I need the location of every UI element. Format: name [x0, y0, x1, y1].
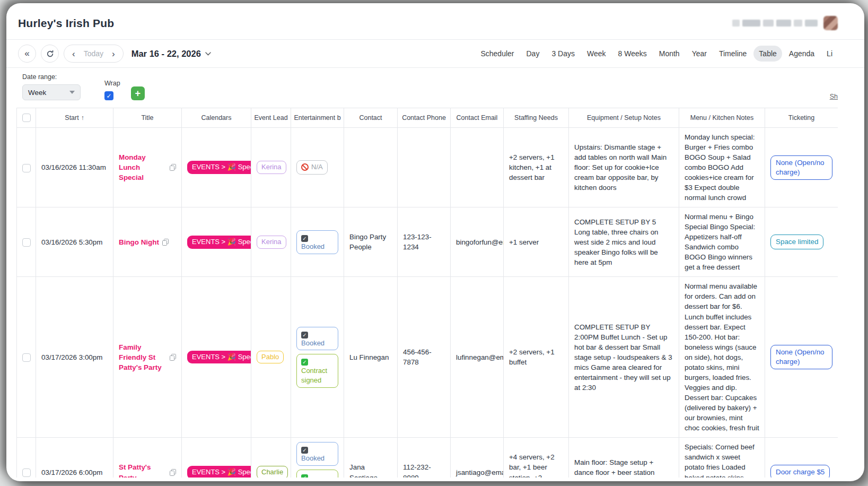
- refresh-button[interactable]: [41, 45, 59, 63]
- tab-week[interactable]: Week: [582, 46, 611, 62]
- cell-contact-email: lufinnegan@em: [451, 277, 504, 437]
- event-lead-pill: Kerina: [257, 236, 286, 248]
- column-header-entertainment[interactable]: Entertainment b: [291, 108, 344, 128]
- cell-staffing-needs: +4 servers, +2 bar, +1 beer station, +2 …: [504, 437, 569, 478]
- tab-year[interactable]: Year: [687, 46, 712, 62]
- column-header-ticketing[interactable]: Ticketing: [765, 108, 838, 128]
- redacted-user-name: [805, 20, 818, 27]
- app-window: Hurley's Irish Pub « ‹ Today › Mar: [6, 3, 864, 481]
- cell-menu-kitchen-notes: Normal menu + Bingo Special Bingo Specia…: [679, 207, 765, 277]
- column-header-equipment-setup-notes[interactable]: Equipment / Setup Notes: [569, 108, 679, 128]
- duplicate-icon[interactable]: [170, 469, 176, 476]
- column-header-title[interactable]: Title: [113, 108, 182, 128]
- sort-asc-icon: ↑: [81, 114, 84, 121]
- row-checkbox[interactable]: [22, 164, 31, 172]
- cell-contact: Bingo Party People: [344, 207, 398, 277]
- calendar-badge: EVENTS > 🎉 Spec: [187, 161, 251, 173]
- column-header-menu-kitchen-notes[interactable]: Menu / Kitchen Notes: [679, 108, 765, 128]
- refresh-icon: [46, 50, 54, 58]
- wrap-checkbox[interactable]: ✓: [104, 91, 113, 100]
- column-header-contact-email[interactable]: Contact Email: [451, 108, 504, 128]
- add-filter-button[interactable]: +: [131, 86, 145, 100]
- cell-contact-phone: 123-123-1234: [398, 207, 451, 277]
- calendar-badge: EVENTS > 🎉 Spec: [187, 466, 251, 478]
- cell-menu-kitchen-notes: Specials: Corned beef sandwich x sweet p…: [679, 437, 765, 478]
- row-checkbox[interactable]: [22, 468, 31, 477]
- event-title-link[interactable]: St Patty's Party: [119, 462, 166, 478]
- user-account-area[interactable]: [732, 16, 838, 30]
- column-header-start[interactable]: Start↑: [36, 108, 113, 128]
- entertainment-booked-badge: ✓Booked: [296, 230, 338, 254]
- cell-contact: Lu Finnegan: [344, 277, 398, 437]
- row-checkbox[interactable]: [22, 238, 31, 247]
- tab-3-days[interactable]: 3 Days: [546, 46, 580, 62]
- event-title-link[interactable]: Family Friendly St Patty's Party: [119, 342, 166, 372]
- ticketing-pill: Door charge $5: [770, 465, 830, 478]
- tab-table[interactable]: Table: [753, 46, 782, 62]
- cell-staffing-needs: +1 server: [504, 207, 569, 277]
- select-all-checkbox[interactable]: [22, 114, 31, 122]
- chevron-down-icon: [205, 52, 211, 56]
- cell-start: 03/17/2026 3:00pm: [36, 277, 113, 437]
- entertainment-contract-badge: ✓Contract signed: [296, 354, 338, 387]
- avatar[interactable]: [823, 16, 838, 30]
- cell-start: 03/17/2026 6:00pm: [36, 437, 113, 478]
- date-range-heading[interactable]: Mar 16 - 22, 2026: [131, 49, 211, 59]
- cell-contact-phone: [398, 128, 451, 207]
- prohibited-icon: [301, 163, 309, 171]
- green-check-icon: ✓: [301, 359, 308, 366]
- date-range-text: Mar 16 - 22, 2026: [131, 49, 201, 59]
- event-lead-pill: Pablo: [257, 351, 284, 363]
- collapse-sidebar-button[interactable]: «: [18, 45, 36, 63]
- entertainment-contract-badge: ✓Contract signed: [296, 470, 338, 478]
- cell-contact-email: jsantiago@ema: [451, 437, 504, 478]
- column-header-staffing-needs[interactable]: Staffing Needs: [504, 108, 569, 128]
- tab-timeline[interactable]: Timeline: [714, 46, 752, 62]
- cell-contact-phone: 112-232-8989: [398, 437, 451, 478]
- duplicate-icon[interactable]: [162, 239, 169, 246]
- cell-equipment-setup-notes: COMPLETE SETUP BY 5 Long table, three ch…: [569, 207, 679, 277]
- column-header-event-lead[interactable]: Event Lead: [251, 108, 291, 128]
- page-title: Hurley's Irish Pub: [18, 17, 114, 30]
- column-header-calendars[interactable]: Calendars: [182, 108, 251, 128]
- tab-agenda[interactable]: Agenda: [784, 46, 820, 62]
- date-range-select[interactable]: Week: [22, 84, 81, 100]
- cell-equipment-setup-notes: Upstairs: Dismantle stage + add tables o…: [569, 128, 679, 207]
- prev-period-button[interactable]: ‹: [72, 49, 75, 58]
- cell-contact: Jana Santiago: [344, 437, 398, 478]
- share-link-truncated[interactable]: Sh: [830, 93, 838, 100]
- event-title-link[interactable]: Bingo Night: [119, 237, 159, 247]
- tab-list-truncated[interactable]: Li: [821, 46, 838, 62]
- tab-day[interactable]: Day: [521, 46, 545, 62]
- checked-box-icon: ✓: [301, 447, 308, 454]
- cell-contact-email: bingoforfun@em: [451, 207, 504, 277]
- events-table-viewport: Start↑ Title Calendars Event Lead Entert…: [16, 108, 838, 478]
- date-range-filter: Date range: Week: [22, 73, 81, 100]
- redacted-user-name: [742, 20, 760, 27]
- redacted-user-name: [776, 20, 791, 27]
- duplicate-icon[interactable]: [170, 164, 176, 171]
- duplicate-icon[interactable]: [170, 354, 176, 361]
- column-header-contact-phone[interactable]: Contact Phone: [398, 108, 451, 128]
- cell-contact-email: [451, 128, 504, 207]
- tab-month[interactable]: Month: [654, 46, 685, 62]
- row-checkbox[interactable]: [22, 353, 31, 362]
- cell-start: 03/16/2026 11:30am: [36, 128, 113, 207]
- cell-menu-kitchen-notes: Monday lunch special: Burger + Fries com…: [679, 128, 765, 207]
- calendar-badge: EVENTS > 🎉 Spec: [187, 236, 251, 248]
- wrap-filter: Wrap ✓: [104, 80, 120, 100]
- table-row: 03/16/2026 11:30am Monday Lunch Special …: [17, 128, 838, 207]
- view-tabs: Scheduler Day 3 Days Week 8 Weeks Month …: [475, 46, 838, 62]
- next-period-button[interactable]: ›: [112, 49, 115, 58]
- redacted-user-name: [763, 20, 774, 27]
- caret-down-icon: [69, 91, 75, 94]
- tab-scheduler[interactable]: Scheduler: [475, 46, 519, 62]
- entertainment-na-badge: N/A: [296, 160, 328, 174]
- event-title-link[interactable]: Monday Lunch Special: [119, 152, 166, 183]
- cell-menu-kitchen-notes: Normal menu available for orders. Can ad…: [679, 277, 765, 437]
- tab-8-weeks[interactable]: 8 Weeks: [613, 46, 652, 62]
- table-row: 03/17/2026 6:00pm St Patty's Party EVENT…: [17, 437, 838, 478]
- today-button[interactable]: Today: [84, 49, 103, 58]
- column-header-contact[interactable]: Contact: [344, 108, 398, 128]
- redacted-user-name: [794, 20, 802, 27]
